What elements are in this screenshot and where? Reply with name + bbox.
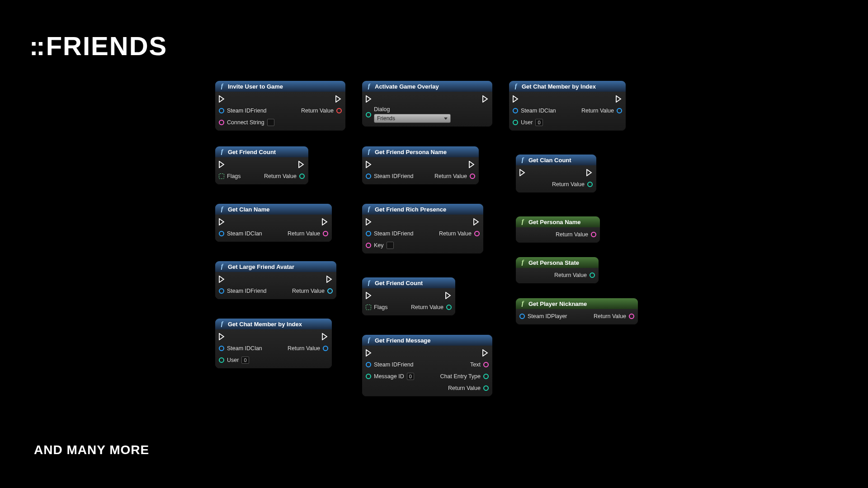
node-header[interactable]: fGet Chat Member by Index — [215, 319, 332, 329]
node-header[interactable]: fGet Friend Count — [362, 277, 455, 288]
data-pin-icon[interactable] — [299, 174, 305, 179]
exec-in-pin[interactable] — [219, 217, 225, 226]
data-pin-icon[interactable] — [474, 231, 480, 236]
exec-pin-icon[interactable] — [219, 218, 225, 225]
node-header[interactable]: fActivate Game Overlay — [362, 81, 492, 92]
exec-out-pin[interactable] — [326, 275, 333, 284]
exec-in-pin[interactable] — [366, 217, 372, 226]
data-pin-icon[interactable] — [327, 288, 333, 294]
exec-pin-icon[interactable] — [366, 161, 372, 168]
exec-pin-icon[interactable] — [366, 218, 372, 225]
data-pin-icon[interactable] — [483, 385, 489, 391]
exec-out-pin[interactable] — [445, 291, 452, 300]
exec-in-pin[interactable] — [519, 168, 526, 177]
blueprint-node[interactable]: fGet Persona NameReturn Value — [515, 216, 600, 243]
exec-in-pin[interactable] — [513, 94, 519, 103]
exec-pin-icon[interactable] — [445, 292, 452, 299]
node-header[interactable]: fGet Friend Rich Presence — [362, 204, 483, 215]
data-pin-icon[interactable] — [587, 182, 593, 187]
data-pin-icon[interactable] — [629, 314, 634, 319]
blueprint-node[interactable]: fGet Player NicknameSteam IDPlayerReturn… — [515, 298, 638, 325]
exec-in-pin[interactable] — [366, 94, 372, 103]
exec-in-pin[interactable] — [366, 160, 372, 169]
data-pin-icon[interactable] — [590, 272, 595, 278]
data-pin-icon[interactable] — [617, 108, 622, 113]
data-pin-icon[interactable] — [323, 231, 328, 236]
exec-out-pin[interactable] — [298, 160, 305, 169]
blueprint-node[interactable]: fGet Clan CountReturn Value — [515, 154, 597, 193]
data-pin-icon[interactable] — [513, 108, 518, 113]
node-header[interactable]: fGet Clan Count — [516, 155, 596, 165]
node-header[interactable]: fGet Persona Name — [516, 216, 600, 227]
pin-value-input[interactable] — [387, 242, 394, 249]
exec-out-pin[interactable] — [473, 217, 480, 226]
data-pin-icon[interactable] — [219, 288, 224, 294]
exec-pin-icon[interactable] — [513, 95, 519, 103]
exec-pin-icon[interactable] — [473, 218, 480, 225]
blueprint-node[interactable]: fGet Friend CountFlagsReturn Value — [362, 277, 456, 316]
dialog-dropdown[interactable]: Friends — [374, 114, 451, 123]
exec-pin-icon[interactable] — [469, 161, 475, 168]
pin-value-input[interactable] — [267, 119, 274, 126]
exec-pin-icon[interactable] — [219, 95, 225, 103]
exec-in-pin[interactable] — [219, 94, 225, 103]
blueprint-node[interactable]: fGet Large Friend AvatarSteam IDFriendRe… — [215, 261, 337, 300]
data-pin-icon[interactable] — [219, 346, 224, 351]
pin-value-input[interactable]: 0 — [407, 373, 414, 380]
node-header[interactable]: fGet Large Friend Avatar — [215, 261, 336, 272]
exec-out-pin[interactable] — [616, 94, 622, 103]
blueprint-node[interactable]: fGet Clan NameSteam IDClanReturn Value — [215, 203, 332, 242]
data-pin-icon[interactable] — [336, 108, 342, 113]
data-pin-icon[interactable] — [366, 174, 371, 179]
struct-pin-icon[interactable] — [219, 174, 224, 179]
struct-pin-icon[interactable] — [366, 305, 371, 310]
node-header[interactable]: fGet Player Nickname — [516, 298, 638, 309]
data-pin-icon[interactable] — [483, 374, 489, 379]
data-pin-icon[interactable] — [446, 305, 452, 310]
data-pin-icon[interactable] — [366, 231, 371, 236]
exec-in-pin[interactable] — [219, 332, 225, 341]
exec-pin-icon[interactable] — [366, 95, 372, 103]
exec-pin-icon[interactable] — [219, 333, 225, 340]
exec-pin-icon[interactable] — [298, 161, 305, 168]
blueprint-node[interactable]: fGet Friend MessageSteam IDFriendMessage… — [362, 334, 493, 397]
blueprint-node[interactable]: fActivate Game OverlayDialogFriends — [362, 80, 493, 127]
exec-pin-icon[interactable] — [482, 95, 489, 103]
pin-value-input[interactable]: 0 — [535, 119, 542, 126]
data-pin-icon[interactable] — [219, 108, 224, 113]
exec-out-pin[interactable] — [469, 160, 475, 169]
exec-in-pin[interactable] — [219, 160, 225, 169]
data-pin-icon[interactable] — [323, 346, 328, 351]
data-pin-icon[interactable] — [219, 357, 224, 363]
exec-out-pin[interactable] — [335, 94, 342, 103]
node-header[interactable]: fGet Friend Count — [215, 146, 308, 157]
exec-pin-icon[interactable] — [335, 95, 342, 103]
data-pin-icon[interactable] — [591, 232, 596, 237]
data-pin-icon[interactable] — [366, 362, 371, 367]
exec-pin-icon[interactable] — [219, 161, 225, 168]
data-pin-icon[interactable] — [366, 374, 371, 379]
node-header[interactable]: fGet Friend Persona Name — [362, 146, 479, 157]
exec-out-pin[interactable] — [322, 217, 328, 226]
exec-pin-icon[interactable] — [586, 169, 593, 176]
blueprint-node[interactable]: fGet Friend Rich PresenceSteam IDFriendK… — [362, 203, 484, 254]
exec-in-pin[interactable] — [219, 275, 225, 284]
node-header[interactable]: fGet Clan Name — [215, 204, 332, 215]
exec-pin-icon[interactable] — [366, 349, 372, 357]
exec-pin-icon[interactable] — [322, 333, 328, 340]
data-pin-icon[interactable] — [470, 174, 475, 179]
exec-in-pin[interactable] — [366, 291, 372, 300]
exec-in-pin[interactable] — [366, 348, 372, 357]
blueprint-node[interactable]: fGet Persona StateReturn Value — [515, 257, 599, 284]
data-pin-icon[interactable] — [219, 120, 224, 125]
node-header[interactable]: fGet Persona State — [516, 257, 599, 268]
exec-out-pin[interactable] — [586, 168, 593, 177]
blueprint-node[interactable]: fGet Friend Persona NameSteam IDFriendRe… — [362, 146, 479, 185]
data-pin-icon[interactable] — [519, 314, 525, 319]
exec-pin-icon[interactable] — [519, 169, 526, 176]
exec-pin-icon[interactable] — [616, 95, 622, 103]
data-pin-icon[interactable] — [366, 112, 371, 117]
data-pin-icon[interactable] — [366, 243, 371, 248]
blueprint-node[interactable]: fGet Chat Member by IndexSteam IDClanUse… — [509, 80, 626, 131]
data-pin-icon[interactable] — [513, 120, 518, 125]
